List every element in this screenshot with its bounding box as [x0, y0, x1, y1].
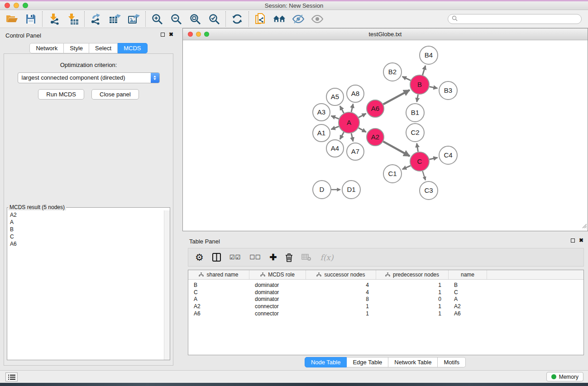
close-table-panel-icon[interactable]: ✖	[579, 238, 583, 243]
table-cell[interactable]: C	[449, 289, 487, 295]
export-network-button[interactable]	[90, 13, 102, 25]
graph-node-A2[interactable]: A2	[367, 129, 384, 146]
table-settings-gear-icon[interactable]: ⚙	[195, 252, 204, 263]
graph-node-C4[interactable]: C4	[439, 146, 457, 164]
tab-select[interactable]: Select	[89, 43, 118, 53]
float-table-panel-icon[interactable]	[571, 238, 575, 243]
zoom-fit-button[interactable]	[189, 13, 201, 25]
zoom-selected-button[interactable]	[208, 13, 220, 25]
table-cell[interactable]: 1	[376, 282, 449, 288]
result-list-item[interactable]: A6	[7, 240, 164, 248]
result-list-item[interactable]: B	[7, 226, 164, 233]
open-file-button[interactable]	[5, 13, 18, 25]
criterion-select[interactable]: largest connected component (directed)	[18, 72, 160, 83]
graph-node-D[interactable]: D	[313, 181, 331, 199]
column-header-shared-name[interactable]: shared name	[188, 270, 249, 279]
graph-node-A8[interactable]: A8	[347, 85, 364, 102]
close-panel-button[interactable]: Close panel	[91, 89, 139, 100]
column-header-predecessor-nodes[interactable]: predecessor nodes	[376, 270, 449, 279]
table-cell[interactable]: connector	[249, 303, 306, 310]
network-window-titlebar[interactable]: testGlobe.txt	[183, 29, 588, 40]
graph-node-A3[interactable]: A3	[313, 104, 330, 121]
table-cell[interactable]: dominator	[249, 289, 306, 295]
home-overview-button[interactable]	[273, 13, 286, 25]
graph-node-C[interactable]: C	[410, 152, 429, 171]
tab-motifs[interactable]: Motifs	[438, 357, 466, 367]
hide-selected-eye-icon[interactable]	[292, 13, 305, 25]
table-cell[interactable]: A6	[449, 310, 487, 317]
table-cell[interactable]: B	[188, 282, 249, 288]
zoom-out-button[interactable]	[170, 13, 182, 25]
create-column-icon[interactable]: ✚	[269, 252, 277, 262]
table-cell[interactable]: 0	[376, 296, 449, 302]
column-header-name[interactable]: name	[449, 270, 487, 279]
tab-network[interactable]: Network	[29, 43, 64, 53]
tab-node-table[interactable]: Node Table	[305, 357, 347, 367]
graph-node-C3[interactable]: C3	[420, 181, 438, 200]
graph-node-A[interactable]: A	[339, 112, 359, 133]
table-cell[interactable]: A	[449, 296, 487, 302]
network-graph[interactable]: B4B2BB3B1A6A5A8A3AA1A4A7A2C2CC4C1C3DD1	[183, 41, 588, 231]
save-session-button[interactable]	[24, 13, 37, 25]
network-canvas[interactable]: B4B2BB3B1A6A5A8A3AA1A4A7A2C2CC4C1C3DD1	[183, 41, 588, 231]
table-cell[interactable]: B	[449, 282, 487, 288]
result-list-item[interactable]: C	[7, 233, 164, 240]
graph-node-A5[interactable]: A5	[326, 88, 344, 105]
apply-layout-button[interactable]	[231, 13, 244, 25]
tab-edge-table[interactable]: Edge Table	[347, 357, 388, 367]
graph-node-B[interactable]: B	[410, 75, 429, 94]
table-cell[interactable]: 4	[306, 289, 376, 295]
result-list-scrollbar[interactable]	[164, 210, 170, 360]
table-cell[interactable]: connector	[249, 310, 306, 317]
table-cell[interactable]: 4	[306, 282, 376, 288]
table-cell[interactable]: 1	[376, 310, 449, 317]
tab-style[interactable]: Style	[64, 43, 89, 53]
table-row[interactable]: A2connector11A2	[188, 303, 583, 310]
search-field[interactable]	[448, 14, 582, 24]
result-list-item[interactable]: A2	[7, 211, 164, 219]
table-cell[interactable]: 1	[376, 303, 449, 310]
table-cell[interactable]: dominator	[249, 296, 306, 302]
float-panel-icon[interactable]	[161, 33, 165, 37]
column-header-mcds-role[interactable]: MCDS role	[249, 270, 306, 279]
close-panel-icon[interactable]: ✖	[169, 32, 173, 37]
result-list-item[interactable]: A	[7, 219, 164, 226]
memory-button[interactable]: Memory	[546, 372, 583, 381]
graph-node-B1[interactable]: B1	[406, 104, 424, 122]
graph-node-A4[interactable]: A4	[326, 140, 344, 157]
new-network-from-selection-button[interactable]	[254, 13, 267, 25]
table-cell[interactable]: A6	[188, 310, 249, 317]
graph-node-B4[interactable]: B4	[420, 46, 438, 64]
table-row[interactable]: Bdominator41B	[188, 281, 583, 289]
select-all-columns-icon[interactable]: ☑☑	[229, 254, 241, 261]
show-all-eye-icon[interactable]	[311, 13, 324, 25]
export-image-button[interactable]	[128, 13, 140, 25]
tab-mcds[interactable]: MCDS	[118, 43, 147, 53]
table-cell[interactable]: dominator	[249, 282, 306, 288]
table-row[interactable]: Cdominator41C	[188, 289, 583, 296]
graph-node-D1[interactable]: D1	[342, 181, 360, 199]
mcds-result-list[interactable]: A2ABCA6	[7, 211, 164, 360]
graph-node-B3[interactable]: B3	[439, 81, 457, 100]
zoom-in-button[interactable]	[151, 13, 163, 25]
export-table-button[interactable]	[109, 13, 121, 25]
show-columns-icon[interactable]	[212, 253, 221, 262]
table-cell[interactable]: 1	[306, 303, 376, 310]
graph-node-C1[interactable]: C1	[383, 165, 402, 183]
column-header-successor-nodes[interactable]: successor nodes	[306, 270, 376, 279]
table-row[interactable]: Adominator80A	[188, 296, 583, 303]
resize-grip-icon[interactable]	[581, 222, 587, 230]
table-cell[interactable]: 1	[306, 310, 376, 317]
delete-columns-trash-icon[interactable]	[285, 253, 293, 262]
deselect-all-columns-icon[interactable]: ☐☐	[249, 254, 261, 261]
table-row[interactable]: A6connector11A6	[188, 310, 583, 317]
graph-node-B2[interactable]: B2	[383, 63, 402, 81]
import-network-button[interactable]	[48, 13, 60, 25]
graph-node-A1[interactable]: A1	[313, 124, 330, 142]
table-cell[interactable]: C	[188, 289, 249, 295]
table-cell[interactable]: A2	[188, 303, 249, 310]
table-cell[interactable]: A2	[449, 303, 487, 310]
tab-network-table[interactable]: Network Table	[388, 357, 438, 367]
graph-node-A7[interactable]: A7	[347, 143, 364, 160]
graph-node-A6[interactable]: A6	[367, 100, 384, 117]
